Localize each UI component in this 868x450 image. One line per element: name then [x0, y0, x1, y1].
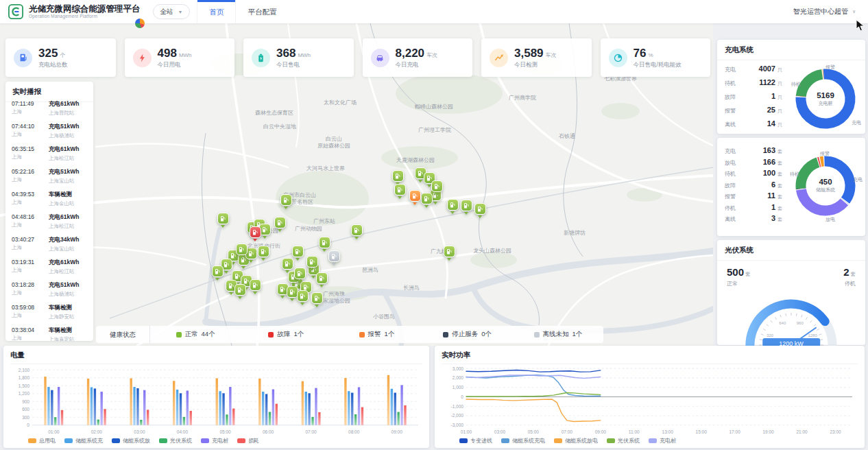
main-area: 七彩漂游世界森林生态保育区白云中央湿地太和文化广场帽峰山森林公园广州商学院白云山… [0, 23, 868, 346]
health-item-count: 1个 [385, 330, 395, 339]
station-marker-green[interactable] [250, 279, 261, 291]
station-marker-orange[interactable] [409, 190, 421, 202]
pv-stopped-unit: 套 [851, 271, 856, 277]
station-marker-green[interactable] [287, 286, 298, 298]
broadcast-item[interactable]: 06:35:15上海充电61kWh上海松江站 [12, 142, 87, 165]
system-status-row: 故障6套 [725, 180, 790, 192]
health-item-label: 报警 [368, 330, 381, 339]
svg-text:1,500: 1,500 [19, 383, 30, 388]
station-marker-green[interactable] [421, 193, 433, 204]
tab-home[interactable]: 首页 [197, 0, 236, 23]
station-marker-green[interactable] [444, 246, 455, 257]
broadcast-item[interactable]: 04:39:53上海车辆检测上海金山站 [12, 187, 87, 210]
station-marker-green[interactable] [311, 292, 323, 304]
health-item-label: 离线未知 [543, 330, 569, 339]
map-place-label: 广州商学院 [509, 94, 536, 102]
kpi-label: 今日检测 [514, 62, 557, 69]
status-value: 163 [745, 146, 775, 154]
svg-text:07:00: 07:00 [562, 429, 573, 434]
kpi-unit: MWh [179, 52, 192, 58]
legend-item-储能系统放[interactable]: 储能系统放 [112, 437, 150, 445]
svg-text:02:00: 02:00 [91, 429, 103, 434]
health-item-停止服务[interactable]: 停止服务0个 [422, 330, 513, 339]
svg-text:21:00: 21:00 [796, 429, 808, 434]
legend-swatch [28, 438, 36, 443]
station-marker-green[interactable] [392, 170, 404, 182]
station-marker-green[interactable] [316, 272, 328, 284]
legend-label: 充电桩 [660, 437, 676, 445]
broadcast-item[interactable]: 07:44:10上海充电51kWh上海杨浦站 [12, 119, 87, 142]
status-unit: 套 [777, 205, 782, 212]
status-dot [176, 332, 182, 338]
broadcast-item[interactable]: 04:48:16上海充电61kWh上海松江站 [12, 210, 87, 233]
status-value: 3 [745, 214, 775, 222]
station-marker-green[interactable] [294, 268, 306, 279]
legend-item-损耗[interactable]: 损耗 [237, 437, 259, 445]
legend-item-专变进线[interactable]: 专变进线 [459, 437, 492, 445]
station-marker-green[interactable] [234, 284, 246, 296]
svg-text:-3,000: -3,000 [451, 423, 464, 427]
broadcast-item[interactable]: 03:18:28上海充电51kWh上海杨浦站 [12, 278, 87, 300]
broadcast-item[interactable]: 07:11:49上海充电61kWh上海普陀站 [12, 97, 87, 119]
station-marker-green[interactable] [280, 194, 292, 206]
broadcast-item[interactable]: 03:40:27上海充电34kWh上海宝山站 [12, 233, 87, 255]
legend-item-储能系统充电[interactable]: 储能系统充电 [501, 437, 545, 445]
station-marker-green[interactable] [282, 258, 293, 270]
station-marker-green[interactable] [394, 184, 406, 196]
station-marker-green[interactable] [212, 265, 224, 277]
health-item-报警[interactable]: 报警1个 [331, 330, 422, 339]
station-marker-red[interactable] [250, 226, 261, 238]
station-marker-green[interactable] [474, 203, 486, 215]
legend-item-光伏系统[interactable]: 光伏系统 [607, 437, 640, 445]
station-marker-green[interactable] [297, 290, 309, 302]
user-menu[interactable]: 智光运营中心超管 ∨ [793, 7, 856, 16]
legend-item-储能系统放电[interactable]: 储能系统放电 [554, 437, 598, 445]
broadcast-item[interactable]: 05:22:16上海充电51kWh上海宝山站 [12, 165, 87, 187]
status-unit: 只 [777, 94, 782, 101]
legend-item-总用电[interactable]: 总用电 [28, 437, 56, 445]
kpi-value: 8,220 [396, 47, 425, 60]
legend-item-储能系统充[interactable]: 储能系统充 [64, 437, 103, 445]
health-item-离线未知[interactable]: 离线未知1个 [513, 330, 603, 339]
health-item-正常[interactable]: 正常44个 [150, 330, 241, 339]
legend-swatch [112, 438, 120, 443]
kpi-card-daily-usage: 498MWh 今日用电 [125, 38, 235, 77]
station-marker-gray[interactable] [328, 250, 340, 262]
status-label: 待机 [725, 170, 745, 178]
station-marker-green[interactable] [274, 217, 286, 228]
station-marker-green[interactable] [431, 180, 443, 192]
broadcast-item[interactable]: 03:38:04上海车辆检测上海嘉定站 [12, 323, 87, 341]
station-marker-green[interactable] [258, 246, 269, 257]
health-item-故障[interactable]: 故障1个 [241, 330, 331, 339]
status-unit: 套 [777, 182, 782, 189]
svg-text:600: 600 [22, 407, 29, 412]
broadcast-event-station: 充电34kWh上海宝山站 [49, 236, 87, 252]
station-marker-green[interactable] [319, 237, 330, 248]
map-place-label: 新塘牌坊 [564, 229, 586, 237]
station-marker-green[interactable] [217, 213, 229, 224]
broadcast-list[interactable]: 07:11:49上海充电61kWh上海普陀站07:44:10上海充电51kWh上… [5, 97, 93, 341]
legend-swatch [554, 438, 562, 443]
status-label: 离线 [725, 215, 745, 223]
charging-system-title: 充电系统 [717, 40, 865, 60]
station-selector-dropdown[interactable]: 全站 ▼ [153, 4, 191, 19]
kpi-label: 今日用电 [158, 62, 192, 69]
broadcast-item[interactable]: 03:59:08上海车辆检测上海静安站 [12, 300, 87, 323]
station-marker-green[interactable] [447, 199, 459, 211]
station-marker-green[interactable] [292, 246, 304, 257]
station-marker-green[interactable] [351, 224, 363, 236]
station-marker-green[interactable] [236, 244, 248, 255]
legend-item-充电桩[interactable]: 充电桩 [201, 437, 228, 445]
station-marker-green[interactable] [461, 200, 472, 211]
tab-platform-config[interactable]: 平台配置 [236, 0, 288, 23]
status-dot [268, 332, 274, 338]
legend-item-充电桩[interactable]: 充电桩 [649, 437, 676, 445]
station-marker-green[interactable] [306, 256, 318, 268]
kpi-card-stations: 325个 充电站总数 [5, 38, 116, 77]
legend-label: 总用电 [39, 437, 56, 445]
status-unit: 只 [777, 121, 782, 128]
broadcast-item[interactable]: 03:19:31上海充电61kWh上海松江站 [12, 255, 87, 278]
legend-label: 储能系统放电 [565, 437, 598, 445]
legend-swatch [649, 438, 657, 443]
legend-item-光伏系统[interactable]: 光伏系统 [159, 437, 192, 445]
